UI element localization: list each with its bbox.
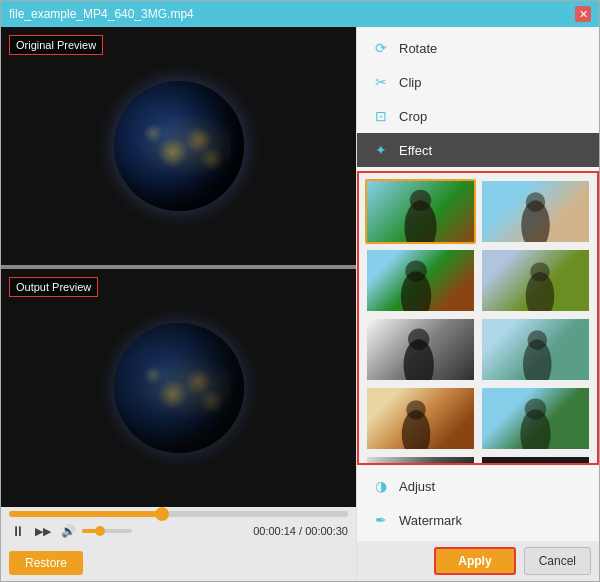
svg-point-7 bbox=[530, 262, 550, 282]
volume-icon[interactable]: 🔊 bbox=[59, 522, 78, 540]
effect-image-10 bbox=[482, 457, 589, 465]
rotate-label: Rotate bbox=[399, 41, 437, 56]
effect-image-9 bbox=[367, 457, 474, 465]
effect-image-1 bbox=[367, 181, 474, 242]
original-earth bbox=[114, 81, 244, 211]
clip-icon: ✂ bbox=[371, 72, 391, 92]
svg-point-9 bbox=[408, 329, 429, 350]
window-title: file_example_MP4_640_3MG.mp4 bbox=[9, 7, 194, 21]
progress-thumb[interactable] bbox=[155, 507, 169, 521]
apply-button[interactable]: Apply bbox=[434, 547, 515, 575]
tool-watermark[interactable]: ✒ Watermark bbox=[357, 503, 599, 537]
effect-thumb-4[interactable] bbox=[480, 248, 591, 313]
progress-fill bbox=[9, 511, 162, 517]
crop-icon: ⊡ bbox=[371, 106, 391, 126]
effect-image-4 bbox=[482, 250, 589, 311]
tool-menu: ⟳ Rotate ✂ Clip ⊡ Crop ✦ Effect bbox=[357, 27, 599, 171]
restore-button[interactable]: Restore bbox=[9, 551, 83, 575]
effect-thumb-1[interactable] bbox=[365, 179, 476, 244]
main-content: Original Preview Output Preview bbox=[1, 27, 599, 581]
right-panel: ⟳ Rotate ✂ Clip ⊡ Crop ✦ Effect bbox=[356, 27, 599, 581]
effect-image-7 bbox=[367, 388, 474, 449]
time-display: 00:00:14 / 00:00:30 bbox=[253, 525, 348, 537]
effect-image-5 bbox=[367, 319, 474, 380]
volume-slider[interactable] bbox=[82, 529, 132, 533]
crop-label: Crop bbox=[399, 109, 427, 124]
tool-crop[interactable]: ⊡ Crop bbox=[357, 99, 599, 133]
close-button[interactable]: ✕ bbox=[575, 6, 591, 22]
time-sep: / bbox=[296, 525, 305, 537]
playback-controls: ⏸ ▶▶ 🔊 00:00:14 / 00:00:30 bbox=[9, 521, 348, 541]
output-video-area: Output Preview bbox=[1, 269, 356, 507]
progress-bar[interactable] bbox=[9, 511, 348, 517]
effect-thumb-10[interactable] bbox=[480, 455, 591, 465]
rotate-icon: ⟳ bbox=[371, 38, 391, 58]
effect-thumb-2[interactable] bbox=[480, 179, 591, 244]
effect-thumb-7[interactable] bbox=[365, 386, 476, 451]
effect-grid-container[interactable] bbox=[357, 171, 599, 465]
effect-image-3 bbox=[367, 250, 474, 311]
svg-point-11 bbox=[527, 330, 547, 350]
main-window: file_example_MP4_640_3MG.mp4 ✕ Original … bbox=[0, 0, 600, 582]
cancel-button[interactable]: Cancel bbox=[524, 547, 591, 575]
watermark-label: Watermark bbox=[399, 513, 462, 528]
effect-icon: ✦ bbox=[371, 140, 391, 160]
controls-bar: ⏸ ▶▶ 🔊 00:00:14 / 00:00:30 bbox=[1, 507, 356, 545]
svg-point-5 bbox=[405, 260, 426, 281]
left-panel: Original Preview Output Preview bbox=[1, 27, 356, 581]
watermark-icon: ✒ bbox=[371, 510, 391, 530]
right-bottom-buttons: Apply Cancel bbox=[357, 541, 599, 581]
clip-label: Clip bbox=[399, 75, 421, 90]
left-bottom-buttons: Restore bbox=[1, 545, 356, 581]
effect-image-2 bbox=[482, 181, 589, 242]
tool-adjust[interactable]: ◑ Adjust bbox=[357, 469, 599, 503]
adjust-label: Adjust bbox=[399, 479, 435, 494]
output-earth-lights bbox=[114, 323, 244, 453]
svg-point-15 bbox=[525, 398, 546, 419]
tool-rotate[interactable]: ⟳ Rotate bbox=[357, 31, 599, 65]
current-time: 00:00:14 bbox=[253, 525, 296, 537]
adjust-icon: ◑ bbox=[371, 476, 391, 496]
effect-thumb-3[interactable] bbox=[365, 248, 476, 313]
effect-image-8 bbox=[482, 388, 589, 449]
output-preview-label: Output Preview bbox=[9, 277, 98, 297]
output-earth bbox=[114, 323, 244, 453]
effect-grid bbox=[365, 179, 591, 465]
svg-point-13 bbox=[406, 400, 426, 420]
effect-thumb-8[interactable] bbox=[480, 386, 591, 451]
svg-point-1 bbox=[410, 190, 431, 211]
total-time: 00:00:30 bbox=[305, 525, 348, 537]
tool-clip[interactable]: ✂ Clip bbox=[357, 65, 599, 99]
effect-thumb-9[interactable] bbox=[365, 455, 476, 465]
pause-button[interactable]: ⏸ bbox=[9, 521, 27, 541]
original-preview-label: Original Preview bbox=[9, 35, 103, 55]
effect-thumb-5[interactable] bbox=[365, 317, 476, 382]
effect-thumb-6[interactable] bbox=[480, 317, 591, 382]
title-bar: file_example_MP4_640_3MG.mp4 ✕ bbox=[1, 1, 599, 27]
svg-point-3 bbox=[526, 192, 546, 212]
effect-image-6 bbox=[482, 319, 589, 380]
next-frame-button[interactable]: ▶▶ bbox=[33, 523, 53, 540]
volume-thumb[interactable] bbox=[95, 526, 105, 536]
output-preview-section: Output Preview bbox=[1, 269, 356, 507]
original-video-area: Original Preview bbox=[1, 27, 356, 265]
bottom-tools: ◑ Adjust ✒ Watermark bbox=[357, 465, 599, 541]
volume-control: 🔊 bbox=[59, 522, 132, 540]
earth-lights bbox=[114, 81, 244, 211]
original-preview-section: Original Preview bbox=[1, 27, 356, 265]
effect-label: Effect bbox=[399, 143, 432, 158]
tool-effect[interactable]: ✦ Effect bbox=[357, 133, 599, 167]
